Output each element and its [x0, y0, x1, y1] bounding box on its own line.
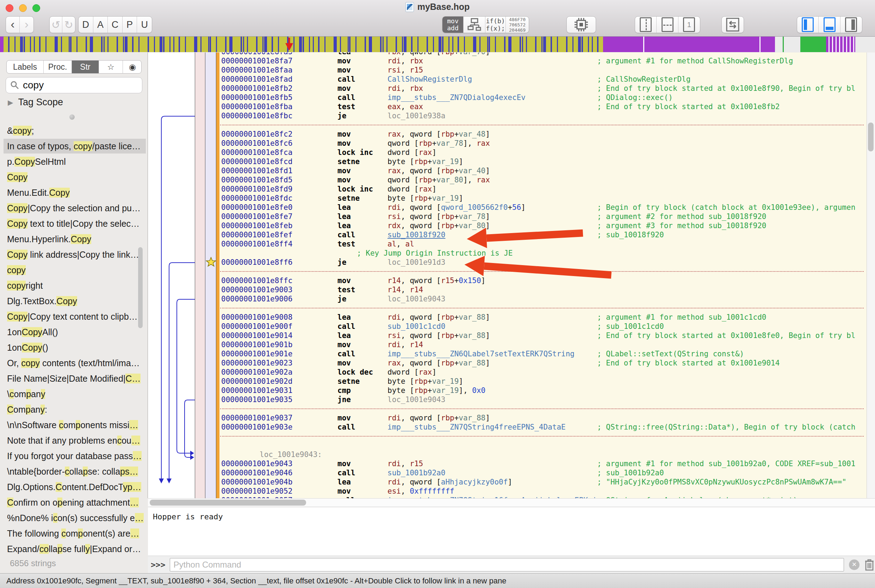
disasm-line[interactable]: 00000001001e9037movrdi, qword [rbp+var_8…: [219, 413, 866, 423]
disasm-line[interactable]: 00000001001e901ecallimp___stubs___ZN6QLa…: [219, 349, 866, 358]
assembly-mode-button[interactable]: movadd: [443, 16, 464, 33]
string-item[interactable]: \n\nSoftware components missi…: [0, 417, 148, 433]
string-item[interactable]: Copy|Copy text content to clipb…: [0, 309, 148, 324]
disasm-line[interactable]: 00000001001e902dsetnebyte [rbp+var_19]: [219, 377, 866, 386]
string-item[interactable]: If you forgot your database pass…: [0, 448, 148, 464]
disasm-line[interactable]: 00000001001e8fcalock incdword [rax]: [219, 148, 866, 157]
disasm-line[interactable]: 00000001001e9006jeloc_1001e9043: [219, 294, 866, 303]
forward-button[interactable]: ›: [20, 16, 33, 33]
scrollbar-thumb[interactable]: [150, 500, 306, 506]
swap-panes-button[interactable]: [722, 16, 744, 33]
string-item[interactable]: Copy|Copy the selection and pu…: [0, 200, 148, 216]
sidebar-tab-labels[interactable]: Labels: [7, 60, 44, 73]
string-item[interactable]: File Name|Size|Date Modified|C…: [0, 371, 148, 386]
trash-icon[interactable]: [864, 558, 875, 571]
string-item[interactable]: Expand/collapse fully|Expand or…: [0, 541, 148, 556]
cfg-mode-button[interactable]: [464, 16, 485, 33]
disasm-line[interactable]: 00000001001e9052movesi, 0xffffffff: [219, 487, 866, 496]
display-mode-a-button[interactable]: A: [93, 16, 108, 33]
split-vertical-button[interactable]: [635, 16, 657, 33]
disasm-line[interactable]: 00000001001e8fc6movqword [rbp+var_78], r…: [219, 139, 866, 148]
disasm-line[interactable]: 00000001001e8fbcjeloc_1001e938a: [219, 111, 866, 120]
bookmark-column[interactable]: [206, 52, 216, 498]
disasm-line[interactable]: 00000001001e9023movrax, qword [rbp+var_8…: [219, 358, 866, 368]
disasm-line[interactable]: 00000001001e8fe0leardi, qword [qword_100…: [219, 203, 866, 212]
string-item[interactable]: In case of typos, copy/paste lice…: [0, 138, 148, 154]
toggle-right-panel-button[interactable]: [840, 16, 862, 33]
undo-button[interactable]: ↺: [50, 16, 62, 33]
split-horizontal-button[interactable]: [657, 16, 678, 33]
disasm-line[interactable]: 00000001001e8fc2movrax, qword [rbp+var_4…: [219, 130, 866, 139]
disasm-line[interactable]: 00000001001e902alock decdword [rax]: [219, 368, 866, 377]
string-item[interactable]: Menu.Hyperlink.Copy: [0, 231, 148, 247]
search-field[interactable]: ✕: [6, 77, 142, 93]
disasm-line[interactable]: 00000001001e8fdcsetnebyte [rbp+var_19]: [219, 194, 866, 203]
redo-button[interactable]: ↻: [62, 16, 75, 33]
local-label-line[interactable]: loc_1001e9043:: [219, 450, 866, 459]
disasm-line[interactable]: 00000001001e9014learsi, qword [rbp+var_8…: [219, 331, 866, 340]
console-clear-button[interactable]: ✕: [849, 560, 860, 570]
tag-scope-disclosure[interactable]: ▶ Tag Scope: [8, 97, 63, 108]
string-item[interactable]: 1onCopy(): [0, 340, 148, 355]
sidebar-tab-[interactable]: ◉: [123, 60, 142, 73]
string-item[interactable]: 1onCopyAll(): [0, 324, 148, 340]
string-item[interactable]: \company: [0, 386, 148, 402]
string-item[interactable]: Or, copy contents (text/html/ima…: [0, 355, 148, 371]
display-mode-c-button[interactable]: C: [108, 16, 123, 33]
disasm-line[interactable]: 00000001001e9057callimp___stubs___ZN7QSt…: [219, 496, 866, 498]
disasm-line[interactable]: 00000001001e8fd9lock incdword [rax]: [219, 184, 866, 194]
disasm-line[interactable]: 00000001001e904bleardi, qword [aHhjacyjk…: [219, 477, 866, 487]
string-item[interactable]: Copy link address|Copy the link…: [0, 247, 148, 262]
toggle-bottom-panel-button[interactable]: [819, 16, 840, 33]
string-item[interactable]: &copy;: [0, 123, 148, 138]
display-mode-d-button[interactable]: D: [78, 16, 93, 33]
disasm-line[interactable]: 00000001001e8fb5callimp___stubs___ZN7QDi…: [219, 93, 866, 102]
disasm-line[interactable]: 00000001001e9035jneloc_1001e9043: [219, 395, 866, 404]
disasm-line[interactable]: 00000001001e901bmovrdi, r14: [219, 340, 866, 349]
string-item[interactable]: The following component(s) are…: [0, 526, 148, 541]
cpu-button[interactable]: [566, 16, 596, 33]
disasm-line[interactable]: 00000001001e8fd1movrax, qword [rbp+var_4…: [219, 166, 866, 176]
gutter-column[interactable]: [195, 52, 206, 498]
string-item[interactable]: Copy text to title|Copy the selec…: [0, 216, 148, 231]
display-mode-p-button[interactable]: P: [123, 16, 137, 33]
disasm-line[interactable]: 00000001001e8fb2movrdi, rbx; End of try …: [219, 84, 866, 93]
listing-vertical-scrollbar[interactable]: [866, 52, 875, 498]
string-item[interactable]: \ntable{border-collapse: collaps…: [0, 464, 148, 479]
string-item[interactable]: Copy: [0, 170, 148, 185]
string-item[interactable]: Dlg.TextBox.Copy: [0, 293, 148, 309]
sidebar-tab-proc[interactable]: Proc.: [44, 60, 72, 73]
string-item[interactable]: p.CopySelHtml: [0, 154, 148, 170]
hex-mode-button[interactable]: 486F70706572204469: [506, 16, 529, 33]
python-command-input[interactable]: [170, 558, 844, 572]
disasm-line[interactable]: 00000001001e8fa7movrdi, rbx; argument #1…: [219, 56, 866, 66]
pseudocode-mode-button[interactable]: if(b)f(x);: [485, 16, 506, 33]
sidebar-tab-[interactable]: ☆: [99, 60, 123, 73]
scrollbar-thumb[interactable]: [868, 123, 873, 152]
string-item[interactable]: copy: [0, 262, 148, 278]
string-item[interactable]: Dlg.Options.Content.DefDocTyp…: [0, 479, 148, 495]
disasm-line[interactable]: 00000001001e903ecallimp___stubs___ZN7QSt…: [219, 423, 866, 432]
segment-navigation-bar[interactable]: [0, 37, 875, 52]
disasm-line[interactable]: 00000001001e9043movrdi, r15; argument #1…: [219, 459, 866, 468]
disasm-line[interactable]: 00000001001e8fbatesteax, eax; End of try…: [219, 102, 866, 111]
splitter-handle[interactable]: [69, 114, 75, 120]
disasm-line[interactable]: 00000001001e8fa3learbx, qword [rbp+var_7…: [219, 52, 866, 56]
single-pane-button[interactable]: 1: [678, 16, 700, 33]
string-item[interactable]: Company:: [0, 402, 148, 417]
sidebar-tab-str[interactable]: Str: [72, 60, 99, 73]
disasm-line[interactable]: 00000001001e8fe7learsi, qword [rbp+var_7…: [219, 212, 866, 221]
string-item[interactable]: %nDone% icon(s) successfully e…: [0, 510, 148, 526]
back-button[interactable]: ‹: [6, 16, 20, 33]
string-item[interactable]: Confirm on opening attachment…: [0, 495, 148, 510]
bookmark-star-icon[interactable]: [206, 256, 216, 267]
disasm-line[interactable]: 00000001001e9003testr14, r14: [219, 285, 866, 294]
search-input[interactable]: [22, 79, 151, 91]
disasm-line[interactable]: 00000001001e8faamovrsi, r15: [219, 66, 866, 75]
string-item[interactable]: copyright: [0, 278, 148, 293]
toggle-left-panel-button[interactable]: [797, 16, 819, 33]
disasm-line[interactable]: 00000001001e9046callsub_1001b92a0; sub_1…: [219, 468, 866, 477]
disasm-line[interactable]: 00000001001e900fcallsub_1001c1cd0; sub_1…: [219, 322, 866, 331]
disasm-line[interactable]: 00000001001e8fcdsetnebyte [rbp+var_19]: [219, 157, 866, 166]
listing-horizontal-scrollbar[interactable]: [148, 498, 875, 507]
